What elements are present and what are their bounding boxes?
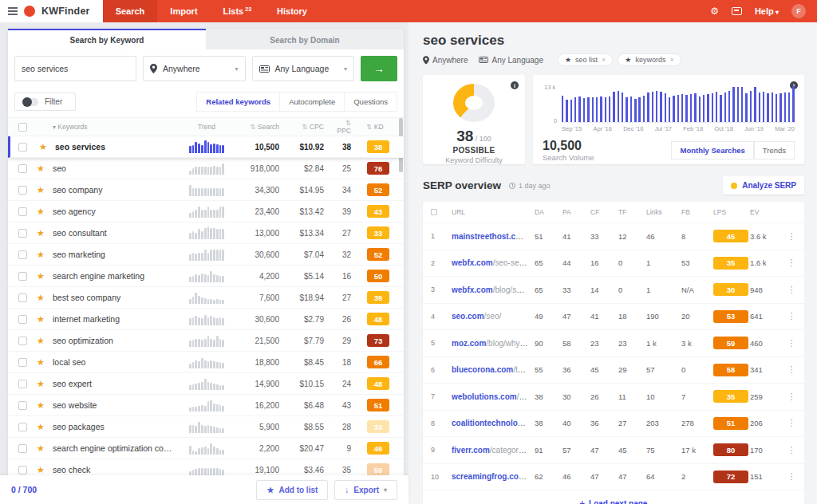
col-cpc[interactable]: CPC — [286, 123, 330, 131]
row-checkbox[interactable] — [18, 315, 27, 324]
export-button[interactable]: ↓ Export — [334, 480, 397, 500]
tab-related-keywords[interactable]: Related keywords — [196, 92, 280, 112]
keyword-row[interactable]: ★seo agency23,400$13.423943 — [8, 201, 404, 222]
keyword-row[interactable]: ★seo expert14,900$10.152448 — [8, 373, 404, 395]
kd-badge[interactable]: 48 — [367, 377, 389, 390]
star-icon[interactable]: ★ — [37, 293, 53, 303]
row-menu-icon[interactable]: ⋮ — [785, 471, 798, 482]
serp-row[interactable]: 8coalitiontechnologies.com/seo-searc…384… — [423, 410, 804, 437]
nav-item-history[interactable]: History — [264, 0, 320, 22]
row-menu-icon[interactable]: ⋮ — [785, 418, 798, 428]
col-ppc[interactable]: PPC — [330, 119, 357, 135]
serp-row[interactable]: 4seo.com/seo/494741181902053641⋮ — [423, 303, 804, 330]
result-url[interactable]: webfx.com/blog/seo/what-are-seo-s… — [452, 285, 533, 294]
info-icon[interactable]: i — [511, 81, 519, 89]
row-checkbox[interactable] — [18, 143, 27, 152]
result-url[interactable]: webfx.com/seo-services.html — [452, 258, 533, 267]
star-icon[interactable]: ★ — [37, 207, 53, 217]
keyword-row[interactable]: ★seo consultant13,000$13.342733 — [8, 222, 404, 244]
row-menu-icon[interactable]: ⋮ — [785, 364, 798, 375]
messages-icon[interactable] — [732, 7, 742, 15]
kd-badge[interactable]: 39 — [367, 291, 389, 304]
filter-switch[interactable] — [22, 98, 38, 106]
select-all-checkbox[interactable] — [18, 123, 27, 132]
kd-badge[interactable]: 52 — [367, 248, 389, 261]
tag-seo-list[interactable]: ★seo list× — [558, 53, 613, 66]
filter-toggle-button[interactable]: Filter — [14, 93, 76, 111]
kd-badge[interactable]: 59 — [367, 463, 389, 475]
star-icon[interactable]: ★ — [37, 400, 53, 411]
keyword-row[interactable]: ★seo check19,100$3.463559 — [8, 459, 404, 475]
row-menu-icon[interactable]: ⋮ — [785, 258, 798, 268]
result-url[interactable]: seo.com/seo/ — [452, 312, 533, 321]
kd-badge[interactable]: 51 — [367, 399, 389, 411]
tab-search-by-domain[interactable]: Search by Domain — [206, 29, 404, 49]
keyword-row[interactable]: ★seo services10,500$10.923838 — [8, 136, 404, 158]
tag-keywords[interactable]: ★keywords× — [618, 53, 681, 66]
nav-item-import[interactable]: Import — [157, 0, 210, 22]
row-checkbox[interactable] — [18, 272, 27, 281]
keyword-row[interactable]: ★best seo company7,600$18.942739 — [8, 287, 404, 309]
remove-tag-icon[interactable]: × — [669, 56, 673, 64]
result-url[interactable]: moz.com/blog/why-i-stopped-selling-… — [452, 339, 533, 348]
star-icon[interactable]: ★ — [37, 314, 53, 325]
nav-item-search[interactable]: Search — [103, 0, 158, 22]
help-menu[interactable]: Help — [755, 6, 779, 16]
serp-row[interactable]: 9fiverr.com/categories/online-marketi…91… — [423, 436, 804, 463]
button-monthly-searches[interactable]: Monthly Searches — [671, 141, 753, 159]
serp-row[interactable]: 1mainstreethost.com/seo-services/5141331… — [423, 222, 804, 250]
serp-row[interactable]: 6bluecorona.com/top-seo-company/55364529… — [423, 356, 804, 384]
kd-badge[interactable]: 73 — [367, 334, 389, 347]
result-url[interactable]: coalitiontechnologies.com/seo-searc… — [452, 419, 533, 427]
keyword-row[interactable]: ★internet marketing30,600$2.792648 — [8, 309, 404, 330]
kd-badge[interactable]: 33 — [367, 226, 389, 239]
star-icon[interactable]: ★ — [37, 422, 53, 432]
row-checkbox[interactable] — [18, 250, 27, 259]
col-search[interactable]: Search — [236, 123, 286, 131]
location-select[interactable]: Anywhere — [143, 56, 246, 81]
star-icon[interactable]: ★ — [37, 465, 53, 475]
serp-row[interactable]: 7webolutions.com/seo-services/3830261110… — [423, 383, 804, 410]
kd-badge[interactable]: 48 — [367, 313, 389, 325]
col-kd[interactable]: KD — [357, 123, 404, 131]
brand-name[interactable]: KWFinder — [41, 6, 90, 17]
star-icon[interactable]: ★ — [37, 336, 53, 346]
row-menu-icon[interactable]: ⋮ — [785, 311, 798, 321]
add-to-list-button[interactable]: ★ Add to list — [256, 480, 328, 500]
serp-row[interactable]: 5moz.com/blog/why-i-stopped-selling-…905… — [423, 329, 804, 356]
row-checkbox[interactable] — [18, 358, 27, 367]
result-url[interactable]: bluecorona.com/top-seo-company/ — [452, 365, 533, 374]
star-icon[interactable]: ★ — [37, 185, 53, 195]
keyword-row[interactable]: ★seo company34,300$14.953452 — [8, 179, 404, 201]
row-menu-icon[interactable]: ⋮ — [785, 445, 798, 455]
tab-autocomplete[interactable]: Autocomplete — [280, 92, 345, 112]
result-url[interactable]: mainstreethost.com/seo-services/ — [452, 232, 533, 241]
row-checkbox[interactable] — [18, 337, 27, 345]
row-checkbox[interactable] — [18, 207, 27, 216]
kd-badge[interactable]: 52 — [367, 183, 389, 196]
kd-badge[interactable]: 38 — [367, 140, 389, 153]
settings-icon[interactable]: ⚙ — [710, 6, 719, 16]
menu-icon[interactable] — [8, 6, 18, 17]
kd-badge[interactable]: 50 — [367, 270, 389, 282]
star-icon[interactable]: ★ — [37, 250, 53, 260]
row-checkbox[interactable] — [18, 229, 27, 238]
keyword-row[interactable]: ★local seo18,800$8.451866 — [8, 352, 404, 373]
star-icon[interactable]: ★ — [37, 357, 53, 368]
tab-search-by-keyword[interactable]: Search by Keyword — [8, 29, 206, 49]
row-checkbox[interactable] — [18, 423, 27, 431]
keyword-row[interactable]: ★seo918,000$2.842576 — [8, 158, 404, 179]
kd-badge[interactable]: 43 — [367, 205, 389, 218]
remove-tag-icon[interactable]: × — [602, 56, 606, 64]
star-icon[interactable]: ★ — [39, 142, 55, 152]
star-icon[interactable]: ★ — [37, 163, 53, 174]
kd-badge[interactable]: 49 — [367, 442, 389, 455]
kd-badge[interactable]: 66 — [367, 356, 389, 368]
search-submit-button[interactable]: → — [361, 56, 397, 81]
avatar[interactable]: F — [791, 4, 806, 18]
kd-badge[interactable]: 76 — [367, 162, 389, 175]
row-checkbox[interactable] — [18, 444, 27, 453]
col-keywords[interactable]: Keywords — [53, 123, 177, 131]
keyword-row[interactable]: ★seo website16,200$6.484351 — [8, 395, 404, 416]
row-checkbox[interactable] — [18, 164, 27, 173]
